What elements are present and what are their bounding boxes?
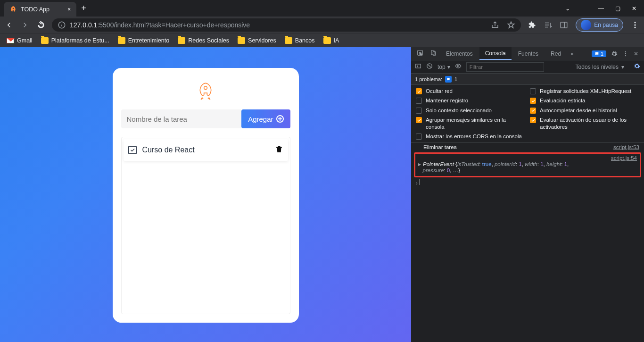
svg-point-14 bbox=[457, 65, 459, 67]
avatar-icon bbox=[581, 20, 591, 30]
problems-bar[interactable]: 1 problema: 1 bbox=[411, 74, 644, 85]
console-sidebar-icon[interactable] bbox=[415, 63, 421, 71]
console-check[interactable]: Autocompletar desde el historial bbox=[530, 107, 639, 114]
bookmark-item[interactable]: Bancos bbox=[285, 37, 315, 44]
extensions-icon[interactable] bbox=[528, 21, 536, 29]
menu-icon[interactable] bbox=[631, 21, 639, 29]
check-label: Evaluación estricta bbox=[540, 97, 586, 104]
task-text: Curso de React bbox=[142, 146, 195, 154]
tab-network[interactable]: Red bbox=[545, 47, 567, 60]
share-icon[interactable] bbox=[491, 21, 499, 29]
console-output[interactable]: Eliminar tarea script.js:53 script.js:54… bbox=[411, 143, 644, 342]
plus-icon bbox=[276, 115, 284, 123]
info-icon[interactable] bbox=[58, 21, 66, 29]
check-label: Mostrar los errores CORS en la consola bbox=[426, 133, 522, 140]
console-log-line: Eliminar tarea script.js:53 bbox=[411, 143, 644, 151]
clear-console-icon[interactable] bbox=[426, 63, 433, 71]
svg-point-2 bbox=[635, 22, 636, 23]
svg-point-11 bbox=[625, 55, 626, 56]
tab-elements[interactable]: Elementos bbox=[440, 47, 479, 60]
rocket-icon bbox=[9, 6, 17, 13]
folder-icon bbox=[323, 37, 331, 44]
devtools-panel: Elementos Consola Fuentes Red » 1 ✕ top … bbox=[411, 47, 644, 342]
highlighted-log: script.js:54 ▸PointerEvent {isTrusted: t… bbox=[414, 152, 641, 177]
devtools-tabs: Elementos Consola Fuentes Red » 1 ✕ bbox=[411, 47, 644, 60]
url-bar[interactable]: 127.0.0.1:5500/index.html?task=Hacer+cur… bbox=[52, 18, 521, 32]
media-icon[interactable] bbox=[544, 21, 552, 29]
console-check[interactable]: Ocultar red bbox=[416, 88, 525, 94]
reload-icon[interactable] bbox=[37, 21, 45, 29]
bookmark-item[interactable]: Redes Sociales bbox=[178, 37, 229, 44]
more-tabs-icon[interactable]: » bbox=[568, 50, 577, 57]
minimize-button[interactable]: — bbox=[598, 5, 604, 12]
console-check[interactable]: Solo contexto seleccionado bbox=[416, 107, 525, 114]
filter-input[interactable] bbox=[466, 62, 544, 72]
source-link[interactable]: script.js:54 bbox=[611, 155, 637, 161]
page-content: Agregar Curso de React bbox=[0, 47, 411, 342]
tab-sources[interactable]: Fuentes bbox=[512, 47, 544, 60]
check-label: Ocultar red bbox=[426, 88, 453, 94]
forward-icon[interactable] bbox=[21, 21, 29, 29]
star-icon[interactable] bbox=[507, 21, 515, 29]
tab-console[interactable]: Consola bbox=[479, 47, 512, 60]
live-expr-icon[interactable] bbox=[455, 63, 462, 71]
browser-tab[interactable]: TODO App × bbox=[4, 2, 76, 17]
console-gear-icon[interactable] bbox=[634, 63, 640, 71]
profile-pill[interactable]: En pausa bbox=[576, 18, 623, 32]
bookmark-label: Servidores bbox=[248, 37, 276, 44]
source-link[interactable]: script.js:53 bbox=[613, 144, 639, 150]
svg-point-3 bbox=[635, 24, 636, 25]
console-check[interactable]: Evaluar activación de usuario de los act… bbox=[530, 117, 639, 130]
log-levels-select[interactable]: Todos los niveles ▾ bbox=[576, 64, 624, 70]
back-icon[interactable] bbox=[5, 21, 13, 29]
bookmark-item[interactable]: IA bbox=[323, 37, 339, 44]
messages-badge[interactable]: 1 bbox=[592, 50, 606, 57]
task-item: Curso de React bbox=[124, 139, 288, 161]
console-prompt[interactable]: › bbox=[411, 178, 644, 187]
devtools-close-icon[interactable]: ✕ bbox=[634, 50, 638, 57]
console-check[interactable]: Agrupar mensajes similares en la consola bbox=[416, 117, 525, 130]
task-checkbox[interactable] bbox=[128, 146, 137, 154]
gear-icon[interactable] bbox=[611, 50, 618, 57]
checkbox-icon bbox=[416, 88, 422, 94]
console-check[interactable]: Evaluación estricta bbox=[530, 97, 639, 104]
folder-icon bbox=[178, 37, 185, 44]
add-task-button[interactable]: Agregar bbox=[241, 109, 290, 128]
task-list[interactable]: Curso de React bbox=[121, 137, 290, 314]
gmail-icon bbox=[7, 38, 14, 43]
task-input[interactable] bbox=[121, 109, 242, 128]
message-icon bbox=[445, 76, 452, 83]
console-check[interactable]: Mostrar los errores CORS en la consola bbox=[416, 133, 639, 140]
check-label: Agrupar mensajes similares en la consola bbox=[426, 117, 525, 130]
inspect-icon[interactable] bbox=[414, 50, 426, 58]
delete-task-button[interactable] bbox=[275, 145, 283, 155]
add-label: Agregar bbox=[248, 115, 273, 123]
object-log[interactable]: ▸PointerEvent {isTrusted: true, pointerI… bbox=[418, 161, 637, 173]
folder-icon bbox=[238, 37, 245, 44]
new-tab-button[interactable]: + bbox=[81, 0, 86, 17]
bookmark-label: IA bbox=[334, 37, 339, 44]
context-select[interactable]: top ▾ bbox=[438, 64, 450, 70]
console-check[interactable]: Mantener registro bbox=[416, 97, 525, 104]
kebab-icon[interactable] bbox=[622, 50, 629, 57]
console-check[interactable]: Registrar solicitudes XMLHttpRequest bbox=[530, 88, 639, 94]
console-settings-checks: Ocultar redRegistrar solicitudes XMLHttp… bbox=[411, 85, 644, 143]
check-label: Solo contexto seleccionado bbox=[426, 107, 492, 114]
maximize-button[interactable]: ▢ bbox=[615, 5, 620, 12]
close-tab-icon[interactable]: × bbox=[67, 6, 71, 13]
svg-point-9 bbox=[625, 51, 626, 52]
sidepanel-icon[interactable] bbox=[560, 21, 568, 29]
folder-icon bbox=[285, 37, 292, 44]
window-close-button[interactable]: ✕ bbox=[632, 5, 636, 12]
device-icon[interactable] bbox=[427, 50, 439, 58]
checkbox-icon bbox=[530, 108, 536, 114]
bookmark-item[interactable]: Servidores bbox=[238, 37, 276, 44]
svg-rect-1 bbox=[561, 22, 568, 28]
tab-search-icon[interactable]: ⌄ bbox=[565, 5, 570, 12]
bookmark-item[interactable]: Entretenimiento bbox=[118, 37, 170, 44]
tab-title: TODO App bbox=[21, 6, 50, 13]
folder-icon bbox=[118, 37, 125, 44]
bookmark-item[interactable]: Plataformas de Estu... bbox=[41, 37, 109, 44]
bookmark-item[interactable]: Gmail bbox=[7, 37, 33, 44]
check-label: Autocompletar desde el historial bbox=[540, 107, 617, 114]
